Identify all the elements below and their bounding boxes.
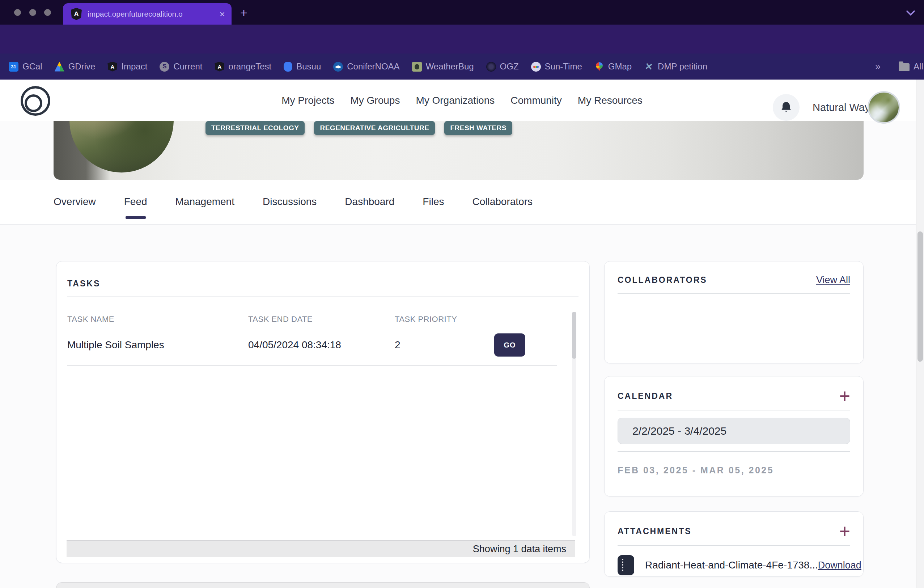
globe-icon: S: [160, 62, 169, 72]
collaborators-divider: [617, 293, 850, 294]
task-priority: 2: [395, 339, 494, 351]
notifications-button[interactable]: [773, 94, 800, 121]
suntime-icon: [531, 62, 541, 72]
bookmark-suntime[interactable]: Sun-Time: [531, 61, 582, 72]
bookmark-gmap[interactable]: GMap: [594, 61, 632, 72]
calendar-divider-2: [617, 451, 850, 452]
zip-file-icon: [617, 555, 634, 575]
bookmarks-bar: 31GCal GDrive AImpact SCurrent AorangeTe…: [0, 54, 924, 79]
tag-regenerative-agriculture: REGENERATIVE AGRICULTURE: [314, 121, 435, 135]
window-close-button[interactable]: [14, 9, 21, 16]
next-card-peek: [56, 582, 590, 588]
col-task-name: TASK NAME: [67, 315, 248, 324]
tab-overview[interactable]: Overview: [54, 180, 96, 224]
attachments-card: ATTACHMENTS + Radiant-Heat-and-Climate-4…: [604, 511, 864, 577]
calendar-divider: [617, 410, 850, 410]
table-scrollbar-thumb[interactable]: [572, 312, 576, 359]
tab-discussions[interactable]: Discussions: [262, 180, 317, 224]
bookmark-weatherbug[interactable]: WeatherBug: [412, 61, 474, 72]
nav-my-projects[interactable]: My Projects: [282, 95, 334, 106]
page-scrollbar-thumb[interactable]: [917, 231, 923, 362]
nav-my-resources[interactable]: My Resources: [578, 95, 642, 106]
bookmarks-overflow-chevron[interactable]: »: [875, 61, 881, 72]
all-bookmarks-button[interactable]: All Bookmarks: [899, 61, 924, 72]
date-range-label: FEB 03, 2025 - MAR 05, 2025: [617, 465, 850, 476]
tab-dashboard[interactable]: Dashboard: [345, 180, 394, 224]
table-row: Multiple Soil Samples 04/05/2024 08:34:1…: [67, 333, 557, 357]
user-avatar[interactable]: [868, 91, 900, 124]
collaborators-title: COLLABORATORS: [617, 275, 707, 285]
page-content: TASKS TASK NAME TASK END DATE TASK PRIOR…: [0, 224, 924, 588]
project-tags: TERRESTRIAL ECOLOGY REGENERATIVE AGRICUL…: [206, 121, 512, 135]
tasks-table-header: TASK NAME TASK END DATE TASK PRIORITY: [67, 315, 557, 324]
tab-search-chevron-icon[interactable]: [904, 7, 917, 19]
tab-title: impact.openfuturecoalition.o: [87, 10, 216, 18]
folder-icon: [899, 63, 909, 71]
browser-window: A impact.openfuturecoalition.o × + impac…: [0, 0, 924, 588]
nav-my-organizations[interactable]: My Organizations: [416, 95, 495, 106]
impact-icon: A: [107, 62, 117, 72]
page-scrollbar[interactable]: [916, 79, 924, 588]
add-calendar-icon[interactable]: +: [839, 389, 850, 402]
task-name: Multiple Soil Samples: [67, 339, 248, 351]
date-range-input[interactable]: 2/2/2025 - 3/4/2025: [617, 418, 850, 444]
col-task-priority: TASK PRIORITY: [395, 315, 494, 324]
new-tab-button[interactable]: +: [240, 7, 248, 19]
tab-close-icon[interactable]: ×: [219, 10, 225, 19]
add-attachment-icon[interactable]: +: [839, 525, 850, 538]
bookmark-dmp-petition[interactable]: ✕DMP petition: [644, 61, 707, 72]
tasks-card: TASKS TASK NAME TASK END DATE TASK PRIOR…: [56, 261, 590, 563]
dmp-bird-icon: ✕: [643, 61, 654, 72]
tab-management[interactable]: Management: [175, 180, 234, 224]
gmap-pin-icon: [594, 62, 604, 72]
site-header: My Projects My Groups My Organizations C…: [0, 79, 924, 121]
window-zoom-button[interactable]: [44, 9, 51, 16]
bookmark-gdrive[interactable]: GDrive: [54, 61, 96, 72]
tasks-title: TASKS: [67, 279, 100, 288]
tab-feed[interactable]: Feed: [124, 180, 147, 224]
project-avatar[interactable]: [69, 121, 174, 173]
project-banner: TERRESTRIAL ECOLOGY REGENERATIVE AGRICUL…: [54, 121, 864, 180]
bookmark-gcal[interactable]: 31GCal: [9, 61, 42, 72]
bookmark-conifernoaa[interactable]: ConiferNOAA: [333, 61, 399, 72]
bookmark-orangetest[interactable]: AorangeTest: [214, 61, 271, 72]
tag-terrestrial-ecology: TERRESTRIAL ECOLOGY: [206, 121, 305, 135]
weatherbug-icon: [412, 62, 422, 72]
gcal-icon: 31: [9, 62, 18, 72]
bookmark-ogz[interactable]: OGZ: [486, 61, 519, 72]
attachment-name: Radiant-Heat-and-Climate-4Fe-1738...: [645, 560, 818, 571]
tag-fresh-waters: FRESH WATERS: [444, 121, 512, 135]
collaborators-card: COLLABORATORS View All: [604, 261, 864, 364]
ogz-icon: [486, 62, 496, 72]
user-name[interactable]: Natural Way: [813, 94, 870, 121]
task-end-date: 04/05/2024 08:34:18: [248, 339, 395, 351]
busuu-icon: [284, 62, 292, 72]
table-horizontal-scrollbar[interactable]: Showing 1 data items: [66, 540, 575, 557]
browser-toolbar: impact.openfuturecoalition.org/profile/p…: [0, 25, 924, 54]
bell-icon: [779, 100, 794, 115]
window-minimize-button[interactable]: [29, 9, 36, 16]
calendar-card: CALENDAR + 2/2/2025 - 3/4/2025 FEB 03, 2…: [604, 376, 864, 496]
browser-tab-bar: A impact.openfuturecoalition.o × +: [0, 0, 924, 25]
tab-files[interactable]: Files: [422, 180, 444, 224]
nav-community[interactable]: Community: [510, 95, 562, 106]
bookmark-impact[interactable]: AImpact: [107, 61, 147, 72]
bookmark-busuu[interactable]: Busuu: [284, 61, 321, 72]
go-button[interactable]: GO: [494, 333, 525, 357]
site-favicon: A: [71, 8, 82, 20]
browser-tab[interactable]: A impact.openfuturecoalition.o ×: [63, 3, 231, 25]
col-task-end-date: TASK END DATE: [248, 315, 395, 324]
tasks-footer-count: Showing 1 data items: [473, 544, 566, 555]
noaa-icon: [333, 62, 343, 72]
right-sidebar: COLLABORATORS View All CALENDAR + 2/2/20…: [604, 261, 864, 577]
gdrive-icon: [54, 62, 64, 72]
tab-collaborators[interactable]: Collaborators: [472, 180, 533, 224]
table-vertical-scrollbar[interactable]: [572, 312, 576, 536]
view-all-link[interactable]: View All: [816, 275, 850, 286]
attachments-title: ATTACHMENTS: [617, 527, 692, 536]
bookmark-current[interactable]: SCurrent: [160, 61, 202, 72]
download-link[interactable]: Download: [818, 560, 861, 571]
project-tab-bar: Overview Feed Management Discussions Das…: [0, 180, 924, 224]
calendar-title: CALENDAR: [617, 391, 673, 401]
nav-my-groups[interactable]: My Groups: [350, 95, 400, 106]
